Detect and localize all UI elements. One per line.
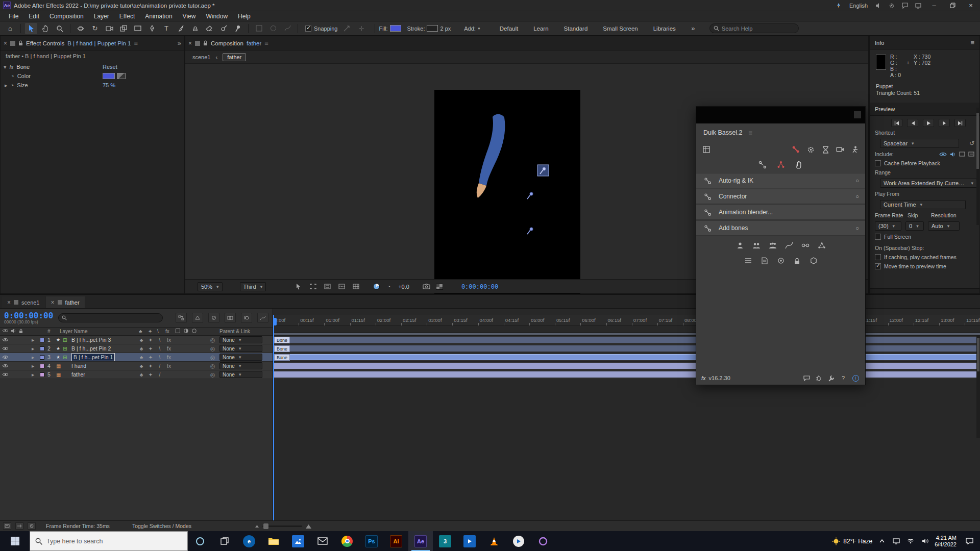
layer-duration-bar[interactable] bbox=[274, 371, 980, 378]
layer-twirl-icon[interactable]: ▸ bbox=[32, 370, 34, 379]
eraser-tool[interactable] bbox=[203, 23, 215, 34]
frame-blend-icon[interactable] bbox=[225, 313, 236, 323]
duik-rigging-icon[interactable] bbox=[791, 144, 801, 155]
help-search-input[interactable] bbox=[722, 26, 788, 32]
timeline-search-box[interactable] bbox=[58, 313, 163, 322]
chat-icon[interactable] bbox=[898, 0, 912, 11]
fill-swatch[interactable] bbox=[390, 25, 401, 32]
include-overlays-icon[interactable] bbox=[959, 152, 965, 157]
screen-icon[interactable] bbox=[912, 0, 925, 11]
menu-item[interactable]: Window bbox=[201, 13, 232, 20]
duik-settings-nodes-icon[interactable] bbox=[808, 256, 819, 266]
duik-hand-icon[interactable] bbox=[794, 160, 804, 170]
duik-characters-icon[interactable] bbox=[735, 240, 745, 251]
parent-link-dropdown[interactable]: None▾ bbox=[219, 336, 262, 345]
volume-icon[interactable] bbox=[872, 0, 885, 11]
breadcrumb-current[interactable]: father bbox=[223, 53, 246, 61]
taskbar-app-after-effects[interactable]: Ae bbox=[408, 531, 433, 551]
timeline-track-row[interactable]: Bone bbox=[273, 353, 980, 362]
layer-label-color-chip[interactable] bbox=[40, 364, 44, 368]
title-action-safe-icon[interactable] bbox=[322, 282, 332, 291]
effect-controls-tab[interactable]: Effect Controls bbox=[26, 40, 64, 46]
parent-link-dropdown[interactable]: None▾ bbox=[219, 354, 262, 362]
panel-menu-icon[interactable]: ≡ bbox=[970, 39, 974, 46]
parent-link-column-header[interactable]: Parent & Link bbox=[219, 329, 250, 334]
type-tool[interactable]: T bbox=[160, 23, 173, 34]
stroke-swatch[interactable] bbox=[427, 25, 438, 32]
timeline-track-row[interactable] bbox=[273, 370, 980, 379]
include-layer-controls-icon[interactable] bbox=[968, 152, 974, 157]
effect-color-row[interactable]: ◔ Color bbox=[1, 71, 184, 81]
close-button[interactable]: × bbox=[962, 0, 980, 11]
preview-scrollbar[interactable] bbox=[976, 108, 979, 225]
parent-pickwhip-icon[interactable]: ◎ bbox=[210, 353, 215, 362]
range-dropdown[interactable]: Work Area Extended By Current...▾ bbox=[880, 179, 977, 188]
timeline-layer-row[interactable]: ▸ 4 ▦ f hand ♣✦/fx ◎ None▾ bbox=[0, 362, 273, 370]
duik-dock-icon[interactable] bbox=[854, 111, 861, 118]
taskbar-app-chrome[interactable] bbox=[335, 531, 359, 551]
layer-duration-bar[interactable] bbox=[274, 363, 980, 369]
pan-behind-tool[interactable] bbox=[117, 23, 130, 34]
taskbar-app-3ds[interactable]: 3 bbox=[433, 531, 457, 551]
twirl-closed-icon[interactable]: ▸ bbox=[5, 82, 8, 89]
taskbar-clock[interactable]: 4:21 AM 6/4/2022 bbox=[935, 535, 957, 548]
layer-label-color-chip[interactable] bbox=[40, 372, 44, 377]
menu-item[interactable]: Layer bbox=[89, 13, 114, 20]
if-caching-checkbox[interactable] bbox=[875, 254, 881, 260]
stroke-width[interactable]: 2 px bbox=[440, 26, 451, 32]
playhead-handle[interactable] bbox=[273, 318, 277, 325]
rotation-tool[interactable]: ↻ bbox=[89, 23, 101, 34]
duik-crowd-icon[interactable] bbox=[768, 240, 778, 251]
mask-visibility-icon[interactable] bbox=[336, 282, 347, 291]
parent-link-dropdown[interactable]: None▾ bbox=[219, 345, 262, 354]
resolution-dropdown[interactable]: Auto▾ bbox=[928, 221, 960, 231]
duik-layers-icon[interactable] bbox=[701, 144, 712, 155]
menu-item[interactable]: Animation bbox=[140, 13, 177, 20]
play-from-dropdown[interactable]: Current Time▾ bbox=[880, 200, 966, 209]
duik-menu-item[interactable]: Animation blender... bbox=[696, 205, 865, 220]
layer-name-column-header[interactable]: Layer Name bbox=[60, 329, 87, 334]
duik-help-icon[interactable]: ? bbox=[839, 373, 848, 383]
effect-reset-link[interactable]: Reset bbox=[103, 64, 117, 70]
taskbar-app-media-player[interactable] bbox=[506, 531, 531, 551]
gpu-icon[interactable] bbox=[832, 0, 845, 11]
toggle-switches-modes-button[interactable]: Toggle Switches / Modes bbox=[132, 523, 191, 529]
layer-bar-label[interactable]: Bone bbox=[274, 345, 290, 352]
timeline-vertical-scrollbar[interactable] bbox=[976, 336, 980, 438]
roto-brush-tool[interactable] bbox=[217, 23, 230, 34]
workspace-tab[interactable]: Standard bbox=[564, 26, 588, 32]
menu-item[interactable]: Edit bbox=[24, 13, 44, 20]
start-button[interactable] bbox=[0, 531, 30, 551]
taskbar-weather[interactable]: 82°F Haze bbox=[832, 537, 872, 545]
expand-inout-icon[interactable] bbox=[15, 522, 23, 530]
taskbar-app-file-explorer[interactable] bbox=[261, 531, 286, 551]
camera-tool[interactable] bbox=[103, 23, 115, 34]
duik-link-icon[interactable] bbox=[800, 240, 811, 251]
reset-shortcut-icon[interactable]: ↺ bbox=[969, 140, 974, 147]
duik-menu-item[interactable]: Auto-rig & IK ○ bbox=[696, 173, 865, 188]
hand-tool[interactable] bbox=[39, 23, 52, 34]
preview-panel-header[interactable]: Preview bbox=[870, 103, 979, 116]
snapshot-camera-icon[interactable] bbox=[422, 282, 432, 291]
selection-tool[interactable] bbox=[25, 23, 37, 34]
previous-frame-button[interactable] bbox=[907, 119, 918, 127]
duik-notes-icon[interactable] bbox=[760, 256, 770, 266]
move-time-checkbox[interactable] bbox=[875, 263, 881, 269]
channel-color-icon[interactable] bbox=[373, 283, 380, 290]
layer-switches[interactable]: ♣✦\fx bbox=[137, 344, 203, 353]
network-tray-icon[interactable] bbox=[906, 537, 915, 546]
motion-blur-icon[interactable] bbox=[241, 313, 252, 323]
snap-option-2-icon[interactable] bbox=[355, 23, 368, 34]
stopwatch-icon[interactable]: ◔ bbox=[11, 73, 14, 79]
panel-menu-icon[interactable]: ≡ bbox=[134, 39, 138, 47]
effect-size-row[interactable]: ▸ ◔ Size 75 % bbox=[1, 81, 184, 90]
layer-twirl-icon[interactable]: ▸ bbox=[32, 362, 34, 370]
close-tab-icon[interactable]: × bbox=[51, 299, 55, 306]
layer-name[interactable]: B | f h...pet Pin 1 bbox=[71, 353, 115, 361]
taskbar-app-ring[interactable] bbox=[531, 531, 555, 551]
last-frame-button[interactable] bbox=[954, 119, 966, 127]
parent-link-dropdown[interactable]: None▾ bbox=[219, 371, 262, 380]
taskbar-search-input[interactable] bbox=[46, 538, 169, 545]
layer-twirl-icon[interactable]: ▸ bbox=[32, 336, 34, 344]
duik-info-icon[interactable]: i bbox=[851, 373, 860, 383]
